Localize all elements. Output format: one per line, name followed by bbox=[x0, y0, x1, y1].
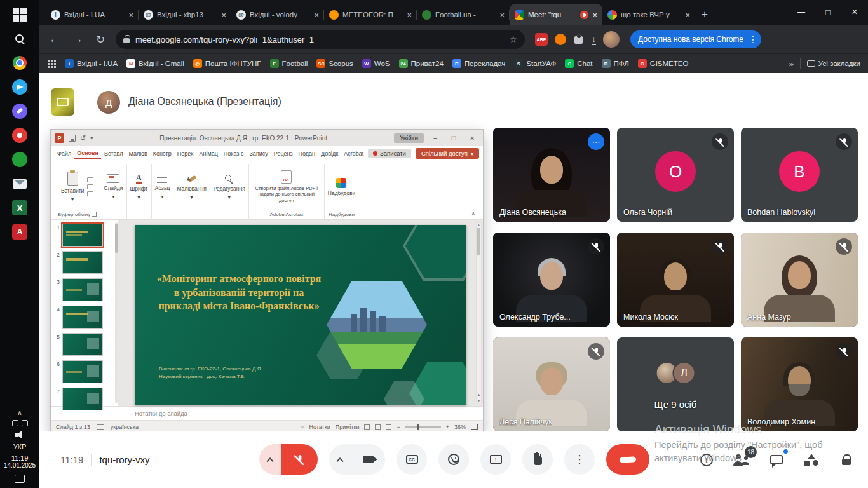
raise-hand-button[interactable] bbox=[522, 444, 553, 475]
taskbar-chrome-button[interactable] bbox=[11, 55, 28, 71]
minimize-button[interactable] bbox=[788, 0, 815, 24]
tab-close-icon[interactable] bbox=[685, 11, 690, 19]
participant-tile-lesia[interactable]: Леся Палійчук bbox=[493, 337, 610, 431]
comments-toggle[interactable]: Примітки bbox=[336, 424, 360, 430]
address-bar[interactable]: meet.google.com/tqu-rory-vxy?pli=1&authu… bbox=[116, 30, 525, 49]
participant-tile-oleksandr[interactable]: Олександр Трубе... bbox=[493, 233, 610, 327]
bookmark-item[interactable]: iВхідні - I.UA bbox=[65, 59, 118, 68]
bookmark-star-icon[interactable] bbox=[509, 34, 517, 44]
zoom-in-icon[interactable]: + bbox=[446, 424, 449, 430]
taskbar-app-green-button[interactable] bbox=[11, 151, 28, 168]
bookmark-item[interactable]: 24Приват24 bbox=[399, 59, 444, 68]
ppt-share-button[interactable]: Спільний доступ bbox=[416, 148, 479, 159]
people-button[interactable]: 18 bbox=[733, 451, 750, 469]
canvas-scrollbar[interactable]: ▲▲▼ bbox=[476, 222, 482, 403]
tab-meteofor[interactable]: METEOFOR: П bbox=[324, 4, 417, 25]
activities-button[interactable] bbox=[803, 451, 820, 469]
tab-inbox-iua[interactable]: iВхідні - I.UA bbox=[46, 4, 139, 25]
ppt-tab-animations[interactable]: Анімац bbox=[196, 149, 220, 159]
slide-thumb-row[interactable]: 7 bbox=[52, 388, 115, 410]
tab-google-search[interactable]: що таке ВЧР у bbox=[602, 4, 695, 25]
profile-avatar[interactable] bbox=[603, 31, 620, 48]
participant-tile-volodymyr[interactable]: Володимир Хомин bbox=[741, 337, 858, 431]
slide-thumbnail[interactable] bbox=[62, 333, 103, 356]
notes-toggle[interactable]: Нотатки bbox=[309, 424, 330, 430]
presentation-preview-thumbnail[interactable] bbox=[51, 88, 74, 116]
reload-button[interactable] bbox=[93, 33, 108, 46]
tab-close-icon[interactable] bbox=[128, 11, 133, 19]
copy-icon[interactable] bbox=[87, 184, 93, 189]
dialog-launcher-icon[interactable] bbox=[92, 212, 97, 217]
chrome-update-button[interactable]: Доступна нова версія Chrome bbox=[630, 30, 761, 48]
more-options-button[interactable] bbox=[564, 444, 595, 475]
normal-view-icon[interactable] bbox=[364, 424, 370, 430]
tab-close-icon[interactable] bbox=[407, 11, 412, 19]
ppt-record-button[interactable]: Записати bbox=[368, 149, 411, 158]
start-button[interactable] bbox=[11, 6, 28, 23]
tab-meet-active[interactable]: Meet: "tqu bbox=[510, 4, 602, 25]
tray-icon[interactable] bbox=[12, 420, 18, 426]
bookmark-item[interactable]: @Пошта ІФНТУНГ bbox=[193, 59, 261, 68]
slide-thumbnail[interactable] bbox=[62, 278, 103, 301]
participant-tile-bohdan[interactable]: B Bohdan Hablovskyi bbox=[741, 128, 858, 222]
language-indicator[interactable]: УКР bbox=[13, 443, 27, 451]
mic-toggle-button[interactable] bbox=[281, 444, 318, 475]
slideshow-view-icon[interactable] bbox=[386, 424, 391, 430]
tab-inbox-volody[interactable]: @Вхідні - volody bbox=[231, 4, 324, 25]
next-slide-icon[interactable]: ▼ bbox=[477, 399, 481, 403]
bookmark-item[interactable]: WWoS bbox=[362, 59, 390, 68]
maximize-button[interactable] bbox=[815, 0, 841, 24]
ppt-maximize-button[interactable] bbox=[447, 134, 461, 142]
slide-thumbnail[interactable] bbox=[62, 224, 103, 247]
reactions-button[interactable] bbox=[438, 444, 469, 475]
taskbar-search-button[interactable] bbox=[11, 30, 28, 47]
extensions-puzzle-icon[interactable] bbox=[573, 34, 585, 45]
font-group-button[interactable]: Шрифт bbox=[130, 173, 148, 200]
fit-slide-icon[interactable] bbox=[471, 424, 478, 430]
meeting-details-button[interactable] bbox=[698, 451, 715, 469]
editing-group-button[interactable]: Редагування bbox=[214, 174, 245, 200]
ppt-tab-review[interactable]: Реценз bbox=[271, 149, 295, 159]
zoom-level[interactable]: 36% bbox=[454, 424, 466, 430]
ppt-tab-acrobat[interactable]: Acrobat bbox=[341, 149, 366, 159]
notifications-button[interactable] bbox=[11, 473, 28, 484]
drawing-group-button[interactable]: Малювання bbox=[177, 173, 206, 200]
language-label[interactable]: українська bbox=[111, 424, 139, 430]
cut-icon[interactable] bbox=[87, 177, 93, 182]
tab-close-icon[interactable] bbox=[221, 11, 226, 19]
qat-dropdown-icon[interactable] bbox=[90, 135, 93, 141]
ppt-tab-transitions[interactable]: Перех bbox=[175, 149, 196, 159]
slide-thumb-row[interactable]: 6 bbox=[52, 360, 115, 383]
slide-thumbnail[interactable] bbox=[62, 306, 103, 329]
slide-thumb-row[interactable]: 1 bbox=[52, 224, 115, 247]
previous-slide-icon[interactable]: ▲ bbox=[477, 393, 481, 396]
camera-toggle-button[interactable] bbox=[351, 444, 385, 475]
ppt-tab-record[interactable]: Запису bbox=[247, 149, 270, 159]
captions-button[interactable] bbox=[397, 444, 427, 475]
ppt-tab-home[interactable]: Основн bbox=[74, 148, 101, 159]
taskbar-viber-button[interactable] bbox=[11, 103, 28, 119]
end-call-button[interactable] bbox=[606, 444, 649, 475]
tile-options-button[interactable] bbox=[588, 133, 604, 150]
tab-football[interactable]: Football.ua - bbox=[417, 4, 510, 25]
taskbar-telegram-button[interactable] bbox=[11, 79, 28, 95]
apps-grid-icon[interactable] bbox=[47, 59, 56, 68]
bookmark-item[interactable]: SStartУАФ bbox=[514, 59, 556, 68]
undo-icon[interactable] bbox=[80, 134, 86, 142]
format-painter-icon[interactable] bbox=[87, 191, 93, 196]
tab-inbox-xbp[interactable]: @Вхідні - xbp13 bbox=[139, 4, 231, 25]
ribbon-collapse-icon[interactable] bbox=[467, 210, 479, 219]
slides-group-button[interactable]: Слайди bbox=[104, 174, 123, 200]
taskbar-acrobat-button[interactable]: A bbox=[11, 224, 28, 240]
browser-menu-icon[interactable] bbox=[749, 34, 757, 44]
lock-icon[interactable] bbox=[123, 38, 130, 43]
adblock-extension-icon[interactable]: ABP bbox=[535, 33, 548, 46]
addins-button[interactable]: Надбудови bbox=[328, 178, 355, 196]
taskbar-app-red-button[interactable] bbox=[11, 127, 28, 144]
slide-thumb-row[interactable]: 5 bbox=[52, 333, 115, 356]
bookmarks-overflow-icon[interactable] bbox=[789, 59, 794, 69]
zoom-out-icon[interactable]: − bbox=[397, 424, 400, 430]
ppt-minimize-button[interactable] bbox=[428, 134, 442, 142]
participant-tile-anna[interactable]: Анна Мазур bbox=[741, 233, 858, 327]
bookmark-item[interactable]: CChat bbox=[565, 59, 592, 68]
